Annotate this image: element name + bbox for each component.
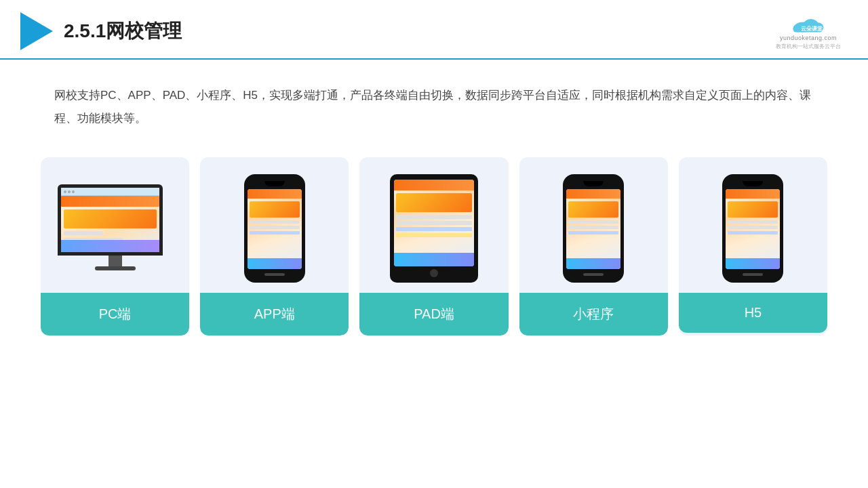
card-miniapp: 小程序 [519, 157, 668, 336]
page-title: 2.5.1网校管理 [64, 18, 182, 44]
card-miniapp-image [519, 157, 668, 293]
description-text: 网校支持PC、APP、PAD、小程序、H5，实现多端打通，产品各终端自由切换，数… [0, 60, 868, 144]
card-app-label: APP端 [200, 293, 349, 336]
h5-device-icon [722, 174, 783, 283]
brand-url: yunduoketang.com [780, 35, 837, 41]
phone-screen-3 [726, 189, 780, 269]
description-paragraph: 网校支持PC、APP、PAD、小程序、H5，实现多端打通，产品各终端自由切换，数… [54, 84, 814, 130]
header-left: 2.5.1网校管理 [20, 12, 182, 50]
phone-home-bar-2 [583, 273, 604, 276]
app-device-icon [244, 174, 305, 283]
phone-home-bar [264, 273, 285, 276]
phone-notch-2 [583, 181, 604, 186]
logo-triangle-icon [20, 12, 53, 50]
card-pad-image [359, 157, 508, 293]
tablet-home-button [430, 269, 438, 277]
miniapp-device-icon [563, 174, 624, 283]
pad-device-icon [390, 174, 478, 283]
phone-screen [248, 189, 302, 269]
phone-home-bar-3 [743, 273, 763, 276]
phone-notch-3 [743, 181, 763, 186]
card-h5: H5 [679, 157, 827, 336]
brand-icon: 云朵课堂 [788, 13, 829, 33]
brand-tagline: 教育机构一站式服务云平台 [776, 43, 841, 50]
phone-notch [264, 181, 285, 186]
page-header: 2.5.1网校管理 云朵课堂 yunduoketang.com 教育机构一站式服… [0, 0, 868, 60]
brand-logo: 云朵课堂 yunduoketang.com 教育机构一站式服务云平台 [776, 13, 841, 50]
cloud-icon: 云朵课堂 [788, 13, 829, 33]
card-pad: PAD端 [359, 157, 508, 336]
card-app: APP端 [200, 157, 349, 336]
card-h5-image [679, 157, 827, 293]
card-miniapp-label: 小程序 [519, 293, 668, 336]
cards-container: PC端 APP端 [0, 144, 868, 336]
phone-screen-2 [566, 189, 620, 269]
tablet-screen [394, 180, 474, 266]
svg-text:云朵课堂: 云朵课堂 [801, 25, 823, 31]
pc-device-icon [58, 184, 173, 272]
card-pad-label: PAD端 [359, 293, 508, 336]
card-app-image [200, 157, 349, 293]
card-pc: PC端 [41, 157, 189, 336]
card-h5-label: H5 [679, 293, 827, 333]
card-pc-label: PC端 [41, 293, 189, 336]
card-pc-image [41, 157, 189, 293]
